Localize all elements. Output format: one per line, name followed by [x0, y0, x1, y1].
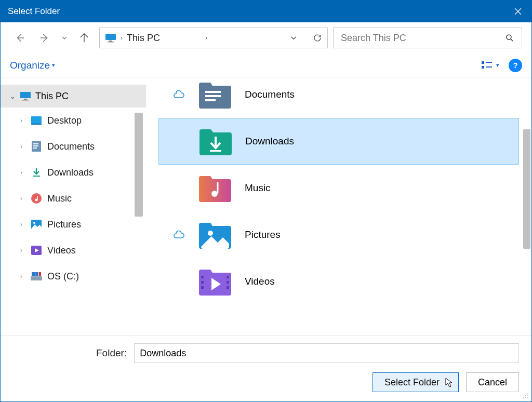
sidebar-item-documents[interactable]: › Documents: [1, 133, 146, 159]
folder-item-pictures[interactable]: Pictures: [158, 211, 519, 258]
svg-rect-16: [33, 148, 37, 149]
videos-folder-icon: [198, 267, 232, 296]
sidebar-item-label: Music: [47, 193, 72, 204]
svg-rect-26: [39, 272, 41, 276]
sidebar-item-music[interactable]: › Music: [1, 185, 146, 211]
select-folder-button[interactable]: Select Folder: [373, 372, 459, 392]
svg-rect-24: [32, 272, 35, 276]
sidebar-item-os-c[interactable]: › OS (C:): [1, 263, 146, 289]
svg-rect-28: [205, 95, 221, 97]
toolbar: Organize ▾ ▾ ?: [1, 53, 531, 77]
folder-label: Folder:: [96, 347, 127, 359]
tree-root-this-pc[interactable]: ⌄ This PC: [1, 85, 146, 108]
svg-rect-30: [210, 150, 221, 152]
chevron-down-icon: [290, 34, 297, 42]
svg-rect-36: [227, 276, 229, 278]
organize-menu[interactable]: Organize ▾: [10, 60, 55, 71]
forward-button[interactable]: [35, 28, 55, 48]
svg-rect-2: [108, 42, 114, 43]
svg-point-42: [523, 397, 524, 398]
cancel-button[interactable]: Cancel: [466, 372, 519, 392]
organize-label: Organize: [10, 60, 50, 71]
arrow-right-icon: [39, 32, 50, 44]
footer: Folder: Select Folder Cancel: [1, 336, 531, 401]
help-button[interactable]: ?: [509, 59, 522, 72]
svg-point-44: [527, 397, 528, 398]
sidebar-item-label: Videos: [47, 245, 76, 256]
sidebar-item-label: Documents: [47, 141, 95, 152]
svg-rect-12: [31, 124, 42, 125]
music-folder-icon: [198, 174, 232, 202]
folder-label: Music: [245, 182, 271, 194]
chevron-right-icon: ›: [20, 195, 25, 202]
address-dropdown[interactable]: [290, 34, 297, 42]
svg-rect-14: [33, 143, 38, 144]
resize-grip-icon[interactable]: [522, 392, 529, 399]
svg-rect-1: [109, 41, 112, 42]
sidebar: ⌄ This PC › Desktop › Documents › Downlo…: [1, 77, 146, 336]
svg-point-18: [31, 193, 42, 204]
folder-item-downloads[interactable]: Downloads: [158, 118, 519, 165]
svg-point-39: [527, 393, 528, 394]
svg-rect-9: [24, 99, 27, 100]
cloud-status-icon: [172, 90, 185, 99]
select-folder-dialog: Select Folder › This PC ›: [0, 0, 532, 402]
svg-rect-10: [22, 100, 29, 101]
svg-rect-33: [201, 276, 204, 278]
sidebar-item-desktop[interactable]: › Desktop: [1, 108, 146, 133]
refresh-icon: [313, 33, 322, 43]
search-box[interactable]: [333, 28, 522, 48]
cloud-status-icon: [172, 231, 185, 239]
svg-rect-0: [105, 34, 116, 40]
content-scrollbar[interactable]: [523, 129, 530, 249]
chevron-down-icon: [61, 35, 68, 41]
back-button[interactable]: [10, 28, 30, 48]
downloads-folder-icon: [198, 127, 233, 155]
arrow-up-icon: [78, 32, 90, 44]
svg-point-32: [208, 231, 213, 236]
refresh-button[interactable]: [313, 33, 322, 43]
monitor-icon: [105, 33, 116, 43]
breadcrumb-this-pc[interactable]: This PC: [127, 33, 201, 44]
sidebar-scrollbar[interactable]: [135, 113, 143, 217]
recent-dropdown[interactable]: [60, 28, 69, 48]
svg-point-41: [527, 395, 528, 396]
svg-point-43: [525, 397, 526, 398]
svg-point-19: [35, 199, 38, 202]
svg-rect-11: [31, 116, 42, 124]
chevron-right-icon: ›: [20, 169, 25, 176]
folder-item-music[interactable]: Music: [158, 165, 519, 211]
close-button[interactable]: [512, 5, 524, 18]
sidebar-item-videos[interactable]: › Videos: [1, 237, 146, 263]
svg-rect-35: [201, 286, 204, 289]
svg-rect-5: [486, 62, 492, 63]
svg-rect-4: [482, 61, 484, 64]
folder-item-videos[interactable]: Videos: [158, 258, 519, 305]
address-bar[interactable]: › This PC ›: [99, 28, 328, 48]
svg-rect-25: [35, 272, 38, 276]
titlebar: Select Folder: [1, 1, 531, 22]
toolbar-right: ▾ ?: [482, 59, 522, 72]
caret-down-icon: ▾: [496, 62, 499, 69]
breadcrumb-sep2: ›: [205, 34, 207, 42]
sidebar-item-downloads[interactable]: › Downloads: [1, 159, 146, 185]
folder-label: Documents: [245, 89, 295, 100]
chevron-right-icon: ›: [20, 247, 25, 254]
cancel-label: Cancel: [478, 377, 507, 388]
folder-item-documents[interactable]: Documents: [158, 77, 519, 118]
folder-row: Folder:: [13, 343, 519, 363]
svg-point-3: [507, 35, 511, 39]
svg-rect-29: [205, 99, 216, 101]
button-row: Select Folder Cancel: [13, 372, 519, 392]
svg-rect-6: [482, 66, 484, 69]
up-button[interactable]: [74, 28, 94, 48]
sidebar-item-pictures[interactable]: › Pictures: [1, 211, 146, 237]
search-input[interactable]: [341, 33, 505, 44]
view-options-button[interactable]: ▾: [482, 61, 499, 70]
nav-row: › This PC ›: [1, 22, 531, 53]
breadcrumb-sep: ›: [121, 34, 123, 42]
svg-rect-7: [486, 66, 492, 68]
folder-input[interactable]: [134, 343, 519, 363]
pictures-folder-icon: [198, 221, 232, 249]
close-icon: [514, 7, 522, 16]
